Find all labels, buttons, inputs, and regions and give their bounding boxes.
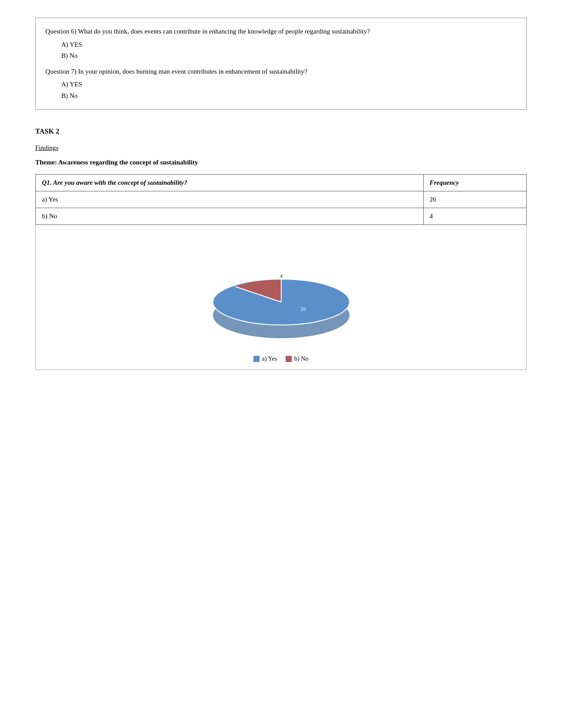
legend-color-no <box>286 356 292 362</box>
legend-label-no: b) No <box>294 355 308 362</box>
table-row-no: b) No 4 <box>36 208 527 225</box>
table-cell-yes-label: a) Yes <box>36 191 424 208</box>
q7-option-b: B) No <box>61 90 517 102</box>
table-col2-header: Frequency <box>423 175 526 191</box>
question-6-text: Question 6) What do you think, does even… <box>45 26 517 37</box>
table-cell-no-label: b) No <box>36 208 424 225</box>
table-col1-header: Q1. Are you aware with the concept of su… <box>36 175 424 191</box>
chart-container: 4 26 a) Yes b) No <box>35 225 527 370</box>
theme-title: Theme: Awareness regarding the concept o… <box>35 159 527 166</box>
legend-color-yes <box>253 356 260 362</box>
chart-legend: a) Yes b) No <box>253 355 309 362</box>
legend-item-yes: a) Yes <box>253 355 277 362</box>
pie-chart-wrapper: 4 26 <box>189 234 374 348</box>
pie-label-26: 26 <box>300 306 306 312</box>
question-box: Question 6) What do you think, does even… <box>35 18 527 110</box>
frequency-table: Q1. Are you aware with the concept of su… <box>35 174 527 225</box>
pie-chart-svg: 4 26 <box>189 234 374 348</box>
table-row-yes: a) Yes 26 <box>36 191 527 208</box>
table-cell-yes-value: 26 <box>423 191 526 208</box>
task-section: TASK 2 Findings Theme: Awareness regardi… <box>35 127 527 370</box>
legend-item-no: b) No <box>286 355 308 362</box>
question-7-text: Question 7) In your opinion, does burnin… <box>45 66 517 78</box>
legend-label-yes: a) Yes <box>262 355 277 362</box>
pie-label-4: 4 <box>279 273 283 279</box>
q6-option-b: B) No <box>61 50 517 62</box>
table-cell-no-value: 4 <box>423 208 526 225</box>
findings-label: Findings <box>35 144 527 152</box>
q7-option-a: A) YES <box>61 79 517 90</box>
task-title: TASK 2 <box>35 127 527 135</box>
q6-option-a: A) YES <box>61 39 517 51</box>
